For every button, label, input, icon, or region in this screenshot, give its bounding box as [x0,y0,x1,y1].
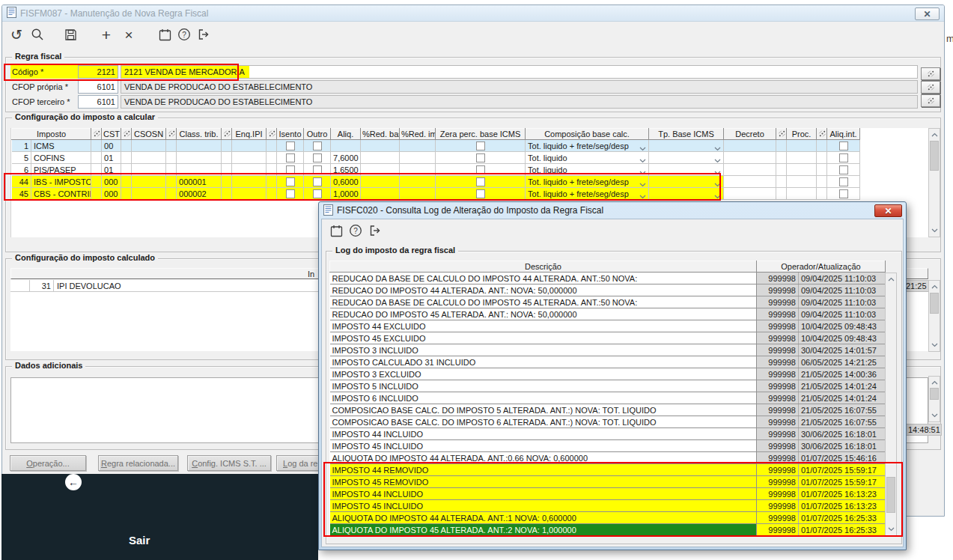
dados-scrollbar[interactable] [928,376,940,422]
column-header[interactable]: Zera perc. base ICMS [436,129,526,140]
lookup-column-header[interactable] [166,129,177,140]
outro-checkbox[interactable] [313,189,322,198]
aliq-int-checkbox[interactable] [839,177,848,186]
toolbar-add-icon[interactable]: + [98,26,115,43]
scroll-down-icon[interactable] [886,524,896,535]
scroll-up-icon[interactable] [886,274,896,284]
log-row[interactable]: REDUCAO DO IMPOSTO 44 ALTERADA. ANT.: NO… [330,284,886,296]
tp-base-select[interactable] [649,152,724,164]
toolbar-calendar-icon[interactable] [156,26,173,43]
log-row[interactable]: IMPOSTO 45 INCLUIDO99999830/06/2025 16:1… [330,440,886,452]
outro-checkbox[interactable] [313,165,322,174]
description-field[interactable]: VENDA DE PRODUCAO DO ESTABELECIMENTO [121,95,918,109]
log-row[interactable]: IMPOSTO 45 REMOVIDO99999801/07/2025 15:5… [330,476,886,488]
outro-checkbox[interactable] [313,177,322,186]
outro-checkbox[interactable] [313,141,322,150]
scroll-down-icon[interactable] [929,340,940,350]
isento-checkbox[interactable] [286,177,295,186]
action-button-opera-o[interactable]: Operação... [10,455,86,471]
column-header[interactable]: Imposto [12,129,91,140]
column-header[interactable]: Isento [277,129,304,140]
dialog-toolbar-calendar-icon[interactable] [328,222,344,239]
log-row[interactable]: IMPOSTO 6 INCLUIDO99999821/05/2025 14:01… [330,392,886,404]
column-header[interactable]: %Red. imp [400,129,436,140]
composicao-select[interactable]: Tot. liquido + frete/seg/desp [526,188,649,200]
lookup-column-header[interactable] [91,129,102,140]
log-row[interactable]: IMPOSTO CALCULADO 31 INCLUIDO99999806/05… [330,356,886,368]
column-header[interactable]: Aliq. [331,129,361,140]
log-row[interactable]: ALIQUOTA DO IMPOSTO 45 ALTERADA. ANT.:2 … [330,524,886,536]
imposto-calcular-scrollbar[interactable] [928,128,940,237]
scroll-thumb[interactable] [930,293,939,314]
zera-checkbox[interactable] [476,189,485,198]
tp-base-select[interactable] [649,176,724,188]
description-field[interactable]: 2121 VENDA DE MERCADORIA [121,65,918,79]
aliq-int-checkbox[interactable] [839,165,848,174]
lookup-column-header[interactable] [267,129,277,140]
zera-checkbox[interactable] [476,141,485,150]
log-row[interactable]: ALIQUOTA DO IMPOSTO 44 ALTERADA. ANT.:0.… [330,452,886,464]
log-row[interactable]: IMPOSTO 3 INCLUIDO99999830/04/2025 14:01… [330,344,886,356]
tp-base-select[interactable] [649,164,724,176]
composicao-select[interactable]: Tot. liquido [526,164,649,176]
dialog-titlebar[interactable]: FISFC020 - Consulta Log de Alteração do … [319,202,906,219]
column-header[interactable]: CST [102,129,121,140]
scroll-up-icon[interactable] [929,130,940,140]
isento-checkbox[interactable] [286,165,295,174]
log-row[interactable]: IMPOSTO 44 INCLUIDO99999830/06/2025 16:1… [330,428,886,440]
column-header[interactable]: Class. trib. [177,129,222,140]
toolbar-search-icon[interactable] [29,26,46,43]
isento-checkbox[interactable] [286,141,295,150]
lookup-button[interactable] [921,94,940,107]
dialog-toolbar-help-icon[interactable]: ? [347,222,364,239]
table-row[interactable]: 5COFINS017,6000Tot. liquido [12,152,860,164]
isento-checkbox[interactable] [286,189,295,198]
composicao-select[interactable]: Tot. liquido + frete/seg/desp [526,140,649,152]
log-row[interactable]: COMPOSICAO BASE CALC. DO IMPOSTO 6 ALTER… [330,416,886,428]
aliq-int-checkbox[interactable] [839,189,848,198]
code-input[interactable]: 6101 [78,95,118,109]
column-header[interactable]: Aliq.int. [827,129,860,140]
main-titlebar[interactable]: FISFM087 - Manutenção de Nova Regra Fisc… [2,5,944,22]
lookup-button[interactable] [921,81,940,94]
toolbar-help-icon[interactable]: ? [176,26,192,43]
dialog-toolbar-exit-icon[interactable] [367,222,383,239]
scroll-thumb[interactable] [930,388,939,400]
aliq-int-checkbox[interactable] [839,153,848,162]
column-header[interactable]: Decreto [724,129,776,140]
zera-checkbox[interactable] [476,177,485,186]
log-row[interactable]: IMPOSTO 44 REMOVIDO99999801/07/2025 15:5… [330,464,886,476]
imposto-calculado-scrollbar[interactable] [928,280,940,352]
zera-checkbox[interactable] [476,165,485,174]
table-row[interactable]: 6PIS/PASEP011,6500Tot. liquido [12,164,860,176]
lookup-column-header[interactable] [222,129,232,140]
scroll-up-icon[interactable] [929,281,940,292]
dialog-close-button[interactable]: ✕ [874,204,902,217]
log-row[interactable]: REDUCAO DA BASE DE CALCULO DO IMPOSTO 45… [330,296,886,308]
log-scrollbar[interactable] [885,273,897,536]
log-row[interactable]: IMPOSTO 44 EXCLUIDO99999810/04/2025 09:4… [330,320,886,332]
log-row[interactable]: REDUCAO DA BASE DE CALCULO DO IMPOSTO 44… [330,273,886,284]
toolbar-exit-icon[interactable] [195,26,212,43]
descricao-column-header[interactable]: Descrição [330,261,757,273]
scroll-down-icon[interactable] [929,225,940,236]
lookup-column-header[interactable] [776,129,787,140]
log-row[interactable]: IMPOSTO 45 EXCLUIDO99999810/04/2025 09:4… [330,332,886,344]
lookup-button[interactable] [921,67,940,80]
lookup-column-header[interactable] [121,129,132,140]
isento-checkbox[interactable] [286,153,295,162]
tp-base-select[interactable] [649,140,724,152]
column-header[interactable]: Outro [304,129,331,140]
composicao-select[interactable]: Tot. liquido + frete/seg/desp [526,176,649,188]
sair-button[interactable]: Sair [129,534,150,547]
outro-checkbox[interactable] [313,153,322,162]
back-arrow-icon[interactable]: ← [65,474,82,490]
toolbar-undo-icon[interactable]: ↺ [8,26,25,43]
aliq-int-checkbox[interactable] [839,141,848,150]
composicao-select[interactable]: Tot. liquido [526,152,649,164]
column-header[interactable]: Proc. [787,129,817,140]
column-header[interactable]: %Red. base [361,129,400,140]
lookup-column-header[interactable] [817,129,827,140]
log-row[interactable]: ALIQUOTA DO IMPOSTO 44 ALTERADA. ANT.:1 … [330,512,886,524]
log-row[interactable]: REDUCAO DO IMPOSTO 45 ALTERADA. ANT.: NO… [330,308,886,320]
